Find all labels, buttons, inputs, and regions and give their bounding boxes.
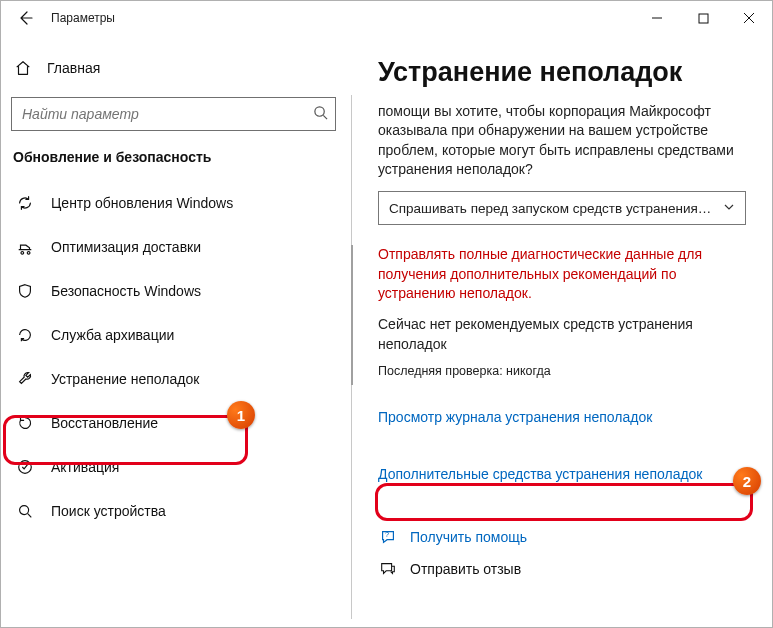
sidebar-item-windows-security[interactable]: Безопасность Windows [9,269,338,313]
close-button[interactable] [726,1,772,35]
sidebar-item-troubleshoot[interactable]: Устранение неполадок [9,357,338,401]
titlebar: Параметры [1,1,772,35]
delivery-icon [15,238,35,256]
send-feedback-label: Отправить отзыв [410,561,521,577]
app-title: Параметры [51,11,115,25]
body: Главная Обновление и безопасность Центр … [1,35,772,627]
annotation-badge-2: 2 [733,467,761,495]
dropdown-value: Спрашивать перед запуском средств устран… [389,201,711,216]
window-controls [634,1,772,35]
search-box[interactable] [11,97,336,131]
status-text: Сейчас нет рекомендуемых средств устране… [378,315,746,354]
backup-icon [15,326,35,344]
page-heading: Устранение неполадок [378,57,746,88]
sidebar-item-delivery-optimization[interactable]: Оптимизация доставки [9,225,338,269]
sidebar-item-recovery[interactable]: Восстановление [9,401,338,445]
search-input[interactable] [11,97,336,131]
sidebar-item-label: Поиск устройства [51,503,166,519]
help-icon: ? [378,528,398,546]
sidebar-item-activation[interactable]: Активация [9,445,338,489]
svg-point-7 [20,506,29,515]
find-device-icon [15,502,35,520]
svg-point-4 [315,107,324,116]
sidebar-item-label: Безопасность Windows [51,283,201,299]
home-label: Главная [47,60,100,76]
sidebar-item-find-device[interactable]: Поиск устройства [9,489,338,533]
maximize-icon [698,13,709,24]
svg-line-8 [28,514,32,518]
sidebar: Главная Обновление и безопасность Центр … [1,35,346,627]
minimize-icon [651,12,663,24]
link-additional-troubleshooters[interactable]: Дополнительные средства устранения непол… [378,466,703,482]
sidebar-item-label: Служба архивации [51,327,174,343]
titlebar-left: Параметры [1,1,115,35]
get-help-label: Получить помощь [410,529,527,545]
sidebar-item-label: Активация [51,459,119,475]
settings-window: Параметры Главная Обновление и безо [0,0,773,628]
get-help-link[interactable]: ? Получить помощь [378,528,746,546]
back-button[interactable] [1,1,49,35]
recovery-icon [15,414,35,432]
home-icon [13,59,33,77]
sidebar-item-label: Устранение неполадок [51,371,199,387]
diagnostic-warning: Отправлять полные диагностические данные… [378,245,746,303]
annotation-badge-1: 1 [227,401,255,429]
send-feedback-link[interactable]: Отправить отзыв [378,560,746,578]
sidebar-item-backup[interactable]: Служба архивации [9,313,338,357]
link-view-history[interactable]: Просмотр журнала устранения неполадок [378,409,652,425]
sidebar-item-windows-update[interactable]: Центр обновления Windows [9,181,338,225]
search-icon [313,105,328,123]
wrench-icon [15,370,35,388]
minimize-button[interactable] [634,1,680,35]
sidebar-item-label: Восстановление [51,415,158,431]
troubleshoot-preference-dropdown[interactable]: Спрашивать перед запуском средств устран… [378,191,746,225]
home-nav-item[interactable]: Главная [11,53,338,83]
feedback-icon [378,560,398,578]
sync-icon [15,194,35,212]
shield-icon [15,282,35,300]
group-header: Обновление и безопасность [13,149,334,165]
maximize-button[interactable] [680,1,726,35]
svg-line-5 [323,115,327,119]
svg-rect-1 [699,14,708,23]
sidebar-item-label: Центр обновления Windows [51,195,233,211]
svg-text:?: ? [385,530,389,539]
last-check-text: Последняя проверка: никогда [378,364,746,378]
close-icon [743,12,755,24]
content-pane: Устранение неполадок помощи вы хотите, ч… [346,35,772,627]
chevron-down-icon [723,201,735,216]
nav-list: Центр обновления Windows Оптимизация дос… [9,181,338,533]
page-description: помощи вы хотите, чтобы корпорация Майкр… [378,102,746,179]
activation-icon [15,458,35,476]
arrow-left-icon [17,10,33,26]
sidebar-item-label: Оптимизация доставки [51,239,201,255]
